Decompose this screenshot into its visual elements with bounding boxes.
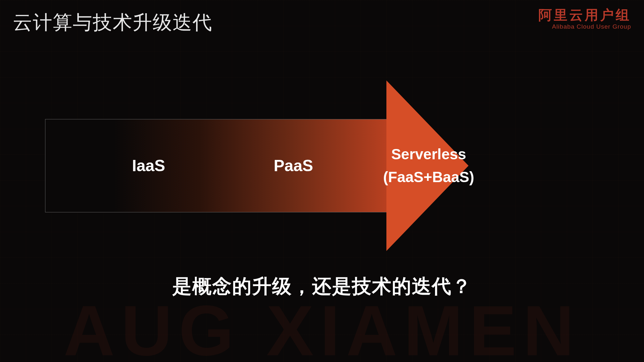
arrow-labels: IaaS PaaS Serverless (FaaS+BaaS) [45,119,469,212]
logo-chinese: 阿里云用户组 [538,7,631,23]
serverless-line2: (FaaS+BaaS) [383,166,474,189]
serverless-line1: Serverless [383,143,474,166]
stage-iaas: IaaS [132,156,165,175]
slide-question: 是概念的升级，还是技术的迭代？ [0,274,644,300]
logo-block: 阿里云用户组 Alibaba Cloud User Group [538,7,631,31]
watermark-text: AUG XIAMEN [0,290,644,362]
evolution-arrow: IaaS PaaS Serverless (FaaS+BaaS) [45,119,552,212]
logo-english: Alibaba Cloud User Group [538,23,631,31]
slide-title: 云计算与技术升级迭代 [13,10,213,36]
stage-paas: PaaS [274,156,313,175]
stage-serverless: Serverless (FaaS+BaaS) [383,143,474,189]
